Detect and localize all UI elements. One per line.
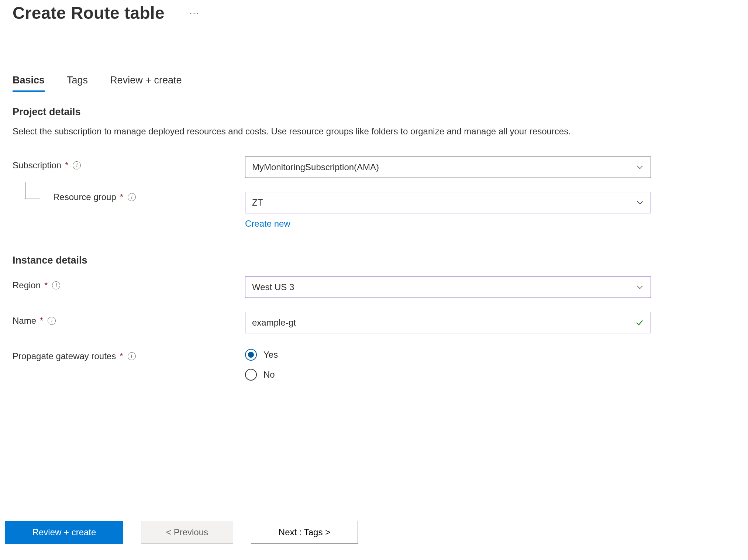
propagate-radio-group: Yes No — [245, 347, 651, 381]
check-icon — [635, 318, 644, 327]
tab-tags[interactable]: Tags — [67, 75, 88, 91]
info-icon[interactable]: i — [48, 317, 56, 325]
previous-button: < Previous — [141, 521, 233, 544]
propagate-yes-label: Yes — [263, 350, 278, 360]
propagate-no-option[interactable]: No — [245, 369, 651, 381]
resource-group-value: ZT — [252, 197, 263, 208]
footer-actions: Review + create < Previous Next : Tags > — [0, 506, 748, 559]
resource-group-label: Resource group * i — [53, 192, 136, 202]
info-icon[interactable]: i — [73, 161, 81, 169]
required-indicator: * — [120, 192, 123, 202]
subscription-label-text: Subscription — [13, 160, 61, 171]
required-indicator: * — [65, 160, 68, 171]
propagate-no-label: No — [263, 370, 275, 380]
required-indicator: * — [120, 351, 123, 361]
subscription-dropdown[interactable]: MyMonitoringSubscription(AMA) — [245, 157, 651, 178]
name-label: Name * i — [13, 316, 56, 326]
page-title: Create Route table — [13, 3, 165, 23]
info-icon[interactable]: i — [52, 281, 60, 289]
name-field-wrapper — [245, 312, 651, 333]
info-icon[interactable]: i — [128, 352, 136, 360]
review-create-button[interactable]: Review + create — [5, 521, 123, 544]
propagate-label: Propagate gateway routes * i — [13, 351, 136, 361]
subscription-label: Subscription * i — [13, 160, 81, 171]
region-dropdown[interactable]: West US 3 — [245, 276, 651, 298]
radio-button-selected — [245, 349, 257, 361]
indent-connector — [18, 190, 44, 211]
instance-details-section: Instance details Region * i West US 3 — [13, 255, 735, 381]
radio-button-unselected — [245, 369, 257, 381]
resource-group-dropdown[interactable]: ZT — [245, 192, 651, 213]
next-button[interactable]: Next : Tags > — [251, 521, 358, 544]
instance-details-title: Instance details — [13, 255, 735, 266]
chevron-down-icon — [636, 163, 644, 171]
chevron-down-icon — [636, 283, 644, 291]
region-label: Region * i — [13, 280, 60, 291]
tab-basics[interactable]: Basics — [13, 75, 45, 91]
required-indicator: * — [44, 280, 48, 291]
tab-review-create[interactable]: Review + create — [110, 75, 182, 91]
region-label-text: Region — [13, 280, 41, 291]
propagate-yes-option[interactable]: Yes — [245, 349, 651, 361]
name-input[interactable] — [252, 317, 629, 328]
create-new-link[interactable]: Create new — [245, 219, 290, 229]
chevron-down-icon — [636, 199, 644, 207]
more-actions-icon[interactable]: ··· — [187, 6, 202, 20]
region-value: West US 3 — [252, 282, 294, 292]
project-details-section: Project details Select the subscription … — [13, 106, 735, 229]
required-indicator: * — [40, 316, 43, 326]
resource-group-label-text: Resource group — [53, 192, 116, 202]
propagate-label-text: Propagate gateway routes — [13, 351, 116, 361]
name-label-text: Name — [13, 316, 36, 326]
info-icon[interactable]: i — [128, 193, 136, 201]
project-details-title: Project details — [13, 106, 735, 118]
tabs: Basics Tags Review + create — [13, 75, 735, 92]
subscription-value: MyMonitoringSubscription(AMA) — [252, 162, 379, 172]
project-details-description: Select the subscription to manage deploy… — [13, 124, 603, 138]
